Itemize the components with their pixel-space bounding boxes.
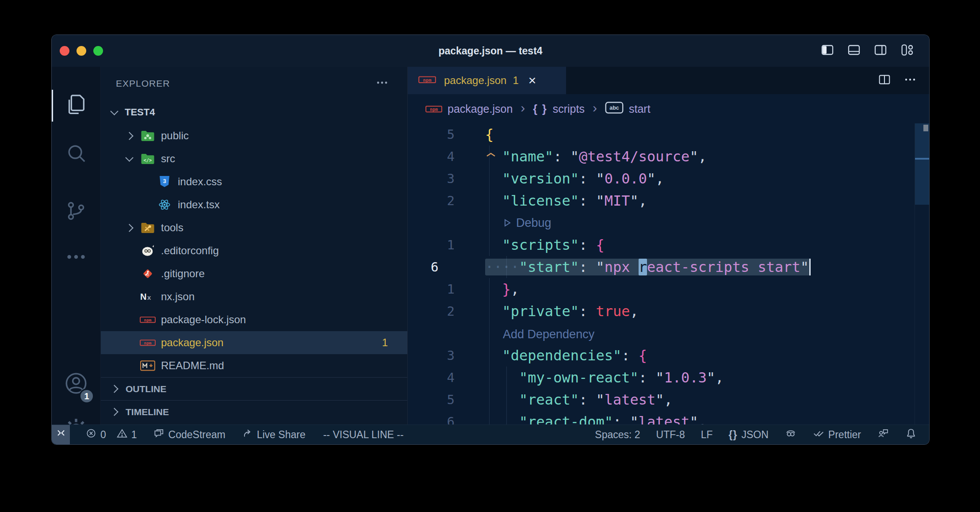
remote-indicator[interactable] — [52, 425, 70, 444]
sidebar-item-accounts[interactable]: 1 — [52, 362, 100, 406]
sidebar-item-source-control[interactable] — [52, 190, 100, 234]
eol-status[interactable]: LF — [701, 429, 713, 441]
code-line[interactable]: 6····"start": "npx react-scripts start" — [408, 256, 929, 278]
explorer-sidebar: EXPLORER TEST4public</>src3index.cssinde… — [101, 67, 408, 424]
tab-package-json[interactable]: npm package.json 1 × — [408, 67, 566, 94]
close-tab-icon[interactable]: × — [528, 74, 536, 87]
liveshare-status[interactable]: Live Share — [241, 428, 306, 442]
tree-item-tools[interactable]: tools — [101, 216, 407, 239]
prettier-label: Prettier — [828, 429, 861, 441]
breadcrumb-label: package.json — [448, 103, 513, 115]
split-editor-icon[interactable] — [878, 73, 891, 88]
tree-item-index-tsx[interactable]: index.tsx — [101, 193, 407, 216]
line-number[interactable]: 6 — [408, 256, 485, 278]
svg-text:npm: npm — [430, 107, 438, 111]
code-line[interactable]: 4 "name": "@test4/source", — [408, 145, 929, 168]
problems-status[interactable]: 0 1 — [86, 428, 137, 441]
code-line[interactable]: 1 "scripts": { — [408, 234, 929, 256]
code-line[interactable]: 6 "react-dom": "latest", — [408, 411, 929, 424]
line-number[interactable]: 4 — [408, 367, 485, 389]
tree-item-nx-json[interactable]: Nxnx.json — [101, 285, 407, 308]
file-label: package.json — [161, 336, 382, 349]
code-line[interactable]: 5 "react": "latest", — [408, 389, 929, 411]
customize-layout-icon[interactable] — [900, 43, 914, 57]
prettier-status[interactable]: Prettier — [813, 428, 861, 442]
code-line[interactable]: 1 }, — [408, 278, 929, 300]
code-line[interactable]: 5{ — [408, 123, 929, 145]
error-count: 0 — [100, 429, 106, 441]
indent-guide — [489, 234, 490, 256]
codelens-line[interactable]: Add Dependency — [408, 322, 929, 344]
line-number[interactable]: 6 — [408, 411, 485, 424]
feedback-status[interactable] — [877, 427, 889, 442]
toggle-panel-icon[interactable] — [847, 43, 861, 57]
code-line[interactable]: 3 "dependencies": { — [408, 344, 929, 367]
code-line[interactable]: 2 "private": true, — [408, 300, 929, 322]
line-number[interactable] — [408, 322, 485, 344]
editor-more-actions-icon[interactable] — [904, 74, 916, 87]
indent-guide — [489, 344, 490, 367]
file-label: package-lock.json — [161, 313, 407, 326]
tree-item-index-css[interactable]: 3index.css — [101, 170, 407, 193]
line-number[interactable]: 2 — [408, 300, 485, 322]
breadcrumb-scripts[interactable]: { } scripts — [533, 103, 585, 115]
toggle-sidebar-icon[interactable] — [820, 43, 835, 57]
line-number[interactable]: 5 — [408, 123, 485, 145]
line-number[interactable]: 5 — [408, 389, 485, 411]
copilot-status[interactable] — [785, 427, 797, 442]
line-content: "react": "latest", — [485, 389, 929, 411]
tree-item-public[interactable]: public — [101, 124, 407, 147]
line-number[interactable]: 3 — [408, 168, 485, 190]
codelens-line[interactable]: Debug — [408, 212, 929, 234]
line-number[interactable]: 4 — [408, 145, 485, 168]
tree-item-package-lock-json[interactable]: npmpackage-lock.json — [101, 308, 407, 331]
overview-warning-mark — [923, 125, 928, 131]
line-number[interactable]: 2 — [408, 190, 485, 212]
tree-item-readme-md[interactable]: README.md — [101, 354, 407, 377]
code-line[interactable]: 2 "license": "MIT", — [408, 190, 929, 212]
scrollbar-thumb[interactable] — [915, 123, 929, 205]
close-window-button[interactable] — [60, 46, 69, 56]
line-number[interactable]: 1 — [408, 234, 485, 256]
breadcrumb-file[interactable]: npm package.json — [425, 103, 513, 115]
file-label: .gitignore — [161, 267, 407, 280]
codelens-action[interactable]: Add Dependency — [485, 323, 594, 345]
tree-item--gitignore[interactable]: .gitignore — [101, 262, 407, 285]
sidebar-item-search[interactable] — [52, 132, 100, 176]
tree-item-package-json[interactable]: npmpackage.json1 — [101, 331, 407, 354]
breadcrumb-start[interactable]: abc start — [605, 102, 651, 116]
codelens-action[interactable]: Debug — [485, 212, 551, 234]
language-status[interactable]: {} JSON — [729, 429, 769, 441]
sidebar-section-outline[interactable]: OUTLINE — [101, 377, 407, 400]
npm-icon: npm — [418, 76, 436, 85]
line-number[interactable] — [408, 212, 485, 234]
editor-scrollbar[interactable] — [915, 123, 929, 424]
tree-item--editorconfig[interactable]: .editorconfig — [101, 239, 407, 262]
notifications-status[interactable] — [905, 428, 917, 442]
chevron-down-icon — [125, 153, 133, 161]
code-line[interactable]: 4 "my-own-react": "1.0.3", — [408, 367, 929, 389]
sidebar-item-explorer[interactable] — [52, 84, 100, 128]
nx-icon: Nx — [140, 291, 156, 302]
zoom-window-button[interactable] — [93, 46, 103, 56]
remote-icon — [55, 428, 67, 442]
toggle-secondary-sidebar-icon[interactable] — [873, 43, 888, 57]
vim-mode[interactable]: -- VISUAL LINE -- — [323, 429, 404, 441]
sidebar-section-timeline[interactable]: TIMELINE — [101, 400, 407, 423]
selection-end-caret — [809, 259, 811, 275]
code-line[interactable]: 3 "version": "0.0.0", — [408, 168, 929, 190]
abc-icon: abc — [605, 102, 624, 116]
explorer-actions-icon[interactable] — [376, 77, 388, 91]
indentation-status[interactable]: Spaces: 2 — [595, 429, 640, 441]
line-number[interactable]: 1 — [408, 278, 485, 300]
code-area[interactable]: 5{4 "name": "@test4/source",3 "version":… — [408, 123, 929, 424]
warning-count: 1 — [131, 429, 137, 441]
tree-root-test4[interactable]: TEST4 — [101, 100, 407, 124]
chevron-separator: › — [591, 100, 599, 117]
line-number[interactable]: 3 — [408, 344, 485, 367]
sidebar-item-more[interactable] — [52, 236, 100, 280]
codestream-status[interactable]: CodeStream — [153, 428, 226, 442]
encoding-status[interactable]: UTF-8 — [656, 429, 685, 441]
minimize-window-button[interactable] — [77, 46, 86, 56]
tree-item-src[interactable]: </>src — [101, 147, 407, 170]
